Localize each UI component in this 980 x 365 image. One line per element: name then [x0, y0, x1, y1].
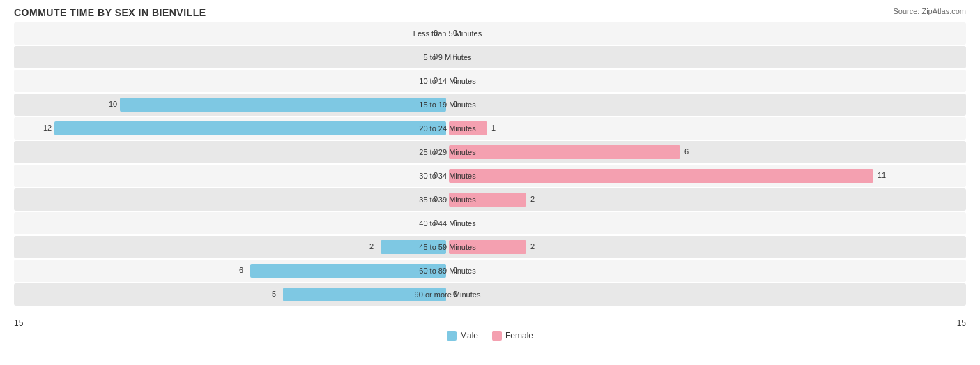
val-male: 0 — [434, 76, 438, 84]
axis-right-label: 15 — [957, 318, 966, 328]
chart-row: 15 to 19 Minutes100 — [14, 94, 966, 116]
val-male: 0 — [434, 171, 438, 179]
bar-female — [449, 145, 680, 159]
row-label: 10 to 14 Minutes — [419, 77, 475, 85]
chart-row: 35 to 39 Minutes02 — [14, 188, 966, 211]
val-male: 0 — [434, 195, 438, 203]
val-female: 2 — [530, 195, 535, 203]
val-male: 12 — [43, 124, 52, 132]
val-female: 0 — [453, 218, 457, 227]
val-female: 6 — [684, 147, 689, 156]
val-female: 2 — [530, 242, 535, 251]
chart-row: 20 to 24 Minutes121 — [14, 117, 966, 140]
chart-row: 60 to 89 Minutes60 — [14, 260, 966, 282]
chart-title: COMMUTE TIME BY SEX IN BIENVILLE — [14, 7, 966, 18]
chart-area: Less than 5 Minutes005 to 9 Minutes0010 … — [14, 22, 966, 315]
bar-female — [449, 193, 526, 207]
legend-female-label: Female — [505, 331, 533, 341]
chart-container: COMMUTE TIME BY SEX IN BIENVILLE Source:… — [0, 0, 980, 365]
legend-male: Male — [447, 331, 478, 341]
chart-row: Less than 5 Minutes00 — [14, 22, 966, 45]
row-label: 40 to 44 Minutes — [419, 219, 475, 228]
bar-male — [120, 98, 446, 112]
chart-row: 40 to 44 Minutes00 — [14, 212, 966, 234]
bar-male — [54, 121, 446, 135]
legend-male-box — [447, 331, 457, 341]
chart-row: 10 to 14 Minutes00 — [14, 70, 966, 92]
axis-left-label: 15 — [14, 318, 23, 328]
axis-bottom: 15 15 — [14, 318, 966, 328]
val-male: 0 — [434, 218, 438, 227]
bar-female — [449, 169, 873, 183]
val-female: 1 — [491, 124, 496, 132]
val-male: 5 — [272, 290, 276, 298]
chart-row: 5 to 9 Minutes00 — [14, 46, 966, 68]
row-label: Less than 5 Minutes — [413, 29, 482, 38]
val-male: 2 — [369, 242, 374, 251]
chart-row: 45 to 59 Minutes22 — [14, 236, 966, 258]
val-female: 11 — [878, 171, 886, 179]
source-label: Source: ZipAtlas.com — [893, 7, 966, 15]
bar-male — [381, 240, 446, 254]
val-female: 0 — [453, 52, 457, 61]
val-female: 0 — [453, 29, 457, 37]
val-male: 10 — [109, 100, 117, 108]
row-label: 5 to 9 Minutes — [423, 53, 471, 61]
legend-female-box — [492, 331, 502, 341]
legend: Male Female — [14, 331, 966, 341]
chart-row: 25 to 29 Minutes06 — [14, 141, 966, 163]
val-male: 0 — [434, 147, 438, 156]
bar-male — [250, 264, 446, 278]
bar-female — [449, 121, 487, 135]
val-male: 0 — [434, 52, 438, 61]
val-male: 0 — [434, 29, 438, 37]
chart-row: 30 to 34 Minutes011 — [14, 165, 966, 187]
legend-female: Female — [492, 331, 533, 341]
chart-row: 90 or more Minutes50 — [14, 283, 966, 306]
val-male: 6 — [239, 266, 243, 274]
val-female: 0 — [453, 290, 457, 298]
legend-male-label: Male — [460, 331, 478, 341]
bar-female — [449, 240, 526, 254]
val-female: 0 — [453, 266, 457, 274]
val-female: 0 — [453, 100, 457, 108]
val-female: 0 — [453, 76, 457, 84]
bar-male — [283, 288, 446, 301]
